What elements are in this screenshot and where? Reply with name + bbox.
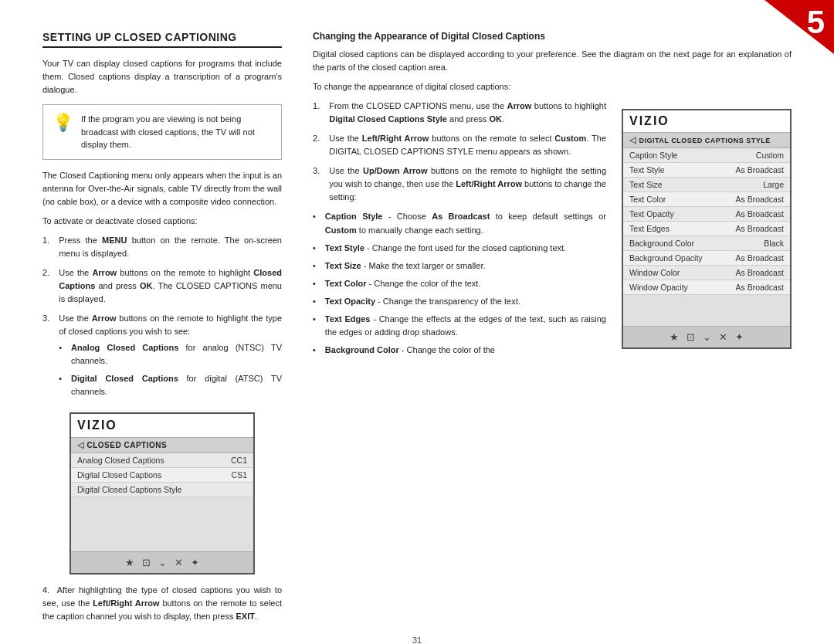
left-menu-back-arrow: ◁: [77, 440, 84, 450]
right-step-3: Use the Up/Down Arrow buttons on the rem…: [313, 164, 606, 204]
info-box-text: If the program you are viewing is not be…: [81, 113, 272, 151]
right-vizio-logo: VIZIO: [629, 114, 784, 128]
lightbulb-icon: 💡: [53, 114, 73, 131]
left-para2: The Closed Captioning menu only appears …: [42, 169, 282, 208]
right-steps-area: From the CLOSED CAPTIONS menu, use the A…: [313, 100, 606, 361]
right-intro2: To change the appearance of digital clos…: [313, 80, 792, 93]
right-sub-heading: Changing the Appearance of Digital Close…: [313, 31, 792, 42]
right-menu-row-8: Window Color As Broadcast: [623, 266, 790, 280]
left-step-3: Use the Arrow buttons on the remote to h…: [42, 312, 282, 403]
bullet-digital: Digital Closed Captions for digital (ATS…: [59, 372, 282, 398]
left-menu-row-0: Analog Closed Captions CC1: [71, 453, 253, 468]
right-step-1: From the CLOSED CAPTIONS menu, use the A…: [313, 100, 606, 126]
bullet-text-style: Text Style - Change the font used for th…: [313, 242, 606, 255]
right-menu-row-6: Background Color Black: [623, 236, 790, 251]
left-steps-list: Press the MENU button on the remote. The…: [42, 234, 282, 404]
left-step-2: Use the Arrow buttons on the remote to h…: [42, 266, 282, 306]
bullet-text-size: Text Size - Make the text larger or smal…: [313, 259, 606, 273]
left-vizio-logo: VIZIO: [77, 419, 247, 432]
left-footer-menu-icon: ⊡: [142, 557, 151, 568]
left-vizio-menu: VIZIO ◁ CLOSED CAPTIONS Analog Closed Ca…: [70, 412, 255, 575]
right-footer-menu-icon: ⊡: [687, 331, 695, 343]
right-menu-row-2: Text Size Large: [623, 178, 790, 192]
right-menu-row-1: Text Style As Broadcast: [623, 163, 790, 178]
right-intro1: Digital closed captions can be displayed…: [313, 48, 792, 74]
info-box: 💡 If the program you are viewing is not …: [42, 104, 282, 160]
page-number: 31: [42, 629, 792, 644]
right-menu-back-arrow: ◁: [629, 135, 636, 145]
bullet-analog: Analog Closed Captions for analog (NTSC)…: [59, 341, 282, 368]
left-menu-row-2: Digital Closed Captions Style: [71, 483, 253, 497]
right-footer-down-icon: ⌄: [703, 331, 711, 343]
left-step-1: Press the MENU button on the remote. The…: [42, 234, 282, 260]
right-menu-row-0: Caption Style Custom: [623, 148, 790, 163]
right-footer-star-icon: ★: [670, 331, 679, 343]
left-column: SETTING UP CLOSED CAPTIONING Your TV can…: [42, 31, 282, 629]
left-menu-footer: ★ ⊡ ⌄ ✕ ✦: [71, 551, 253, 573]
left-footer-gear-icon: ✦: [191, 557, 199, 568]
right-menu-footer: ★ ⊡ ⌄ ✕ ✦: [623, 326, 790, 347]
caption-type-list: Analog Closed Captions for analog (NTSC)…: [59, 341, 282, 398]
left-intro-para: Your TV can display closed captions for …: [42, 57, 282, 97]
right-menu-row-7: Background Opacity As Broadcast: [623, 251, 790, 266]
section-heading: SETTING UP CLOSED CAPTIONING: [42, 31, 282, 48]
right-menu-row-5: Text Edges As Broadcast: [623, 222, 790, 236]
right-vizio-menu: VIZIO ◁ DIGITAL CLOSED CAPTIONS STYLE Ca…: [622, 109, 792, 349]
right-menu-row-3: Text Color As Broadcast: [623, 192, 790, 207]
bullet-text-edges: Text Edges - Change the effects at the e…: [313, 313, 606, 339]
right-menu-row-9: Window Opacity As Broadcast: [623, 280, 790, 295]
page-chapter-number: 5: [807, 6, 825, 39]
bullet-text-opacity: Text Opacity - Change the transparency o…: [313, 295, 606, 308]
right-menu-row-4: Text Opacity As Broadcast: [623, 207, 790, 222]
left-footer-down-icon: ⌄: [158, 557, 167, 568]
right-step-2: Use the Left/Right Arrow buttons on the …: [313, 132, 606, 158]
left-menu-area: VIZIO ◁ CLOSED CAPTIONS Analog Closed Ca…: [42, 412, 282, 575]
bullet-bg-color: Background Color - Change the color of t…: [313, 344, 606, 357]
right-steps-list: From the CLOSED CAPTIONS menu, use the A…: [313, 100, 606, 204]
right-menu-title: ◁ DIGITAL CLOSED CAPTIONS STYLE: [623, 133, 790, 148]
right-footer-gear-icon: ✦: [735, 331, 744, 343]
right-column: Changing the Appearance of Digital Close…: [313, 31, 792, 629]
left-step-4: 4. After highlighting the type of closed…: [42, 584, 282, 623]
left-menu-title: ◁ CLOSED CAPTIONS: [71, 438, 253, 453]
left-footer-star-icon: ★: [125, 557, 134, 568]
left-menu-row-1: Digital Closed Captions CS1: [71, 468, 253, 483]
caption-settings-list: Caption Style - Choose As Broadcast to k…: [313, 210, 606, 356]
right-menu-area: VIZIO ◁ DIGITAL CLOSED CAPTIONS STYLE Ca…: [622, 100, 792, 358]
left-para3: To activate or deactivate closed caption…: [42, 215, 282, 228]
right-footer-x-icon: ✕: [719, 331, 727, 343]
bullet-text-color: Text Color - Change the color of the tex…: [313, 277, 606, 290]
bullet-caption-style: Caption Style - Choose As Broadcast to k…: [313, 210, 606, 236]
left-footer-x-icon: ✕: [175, 557, 183, 568]
